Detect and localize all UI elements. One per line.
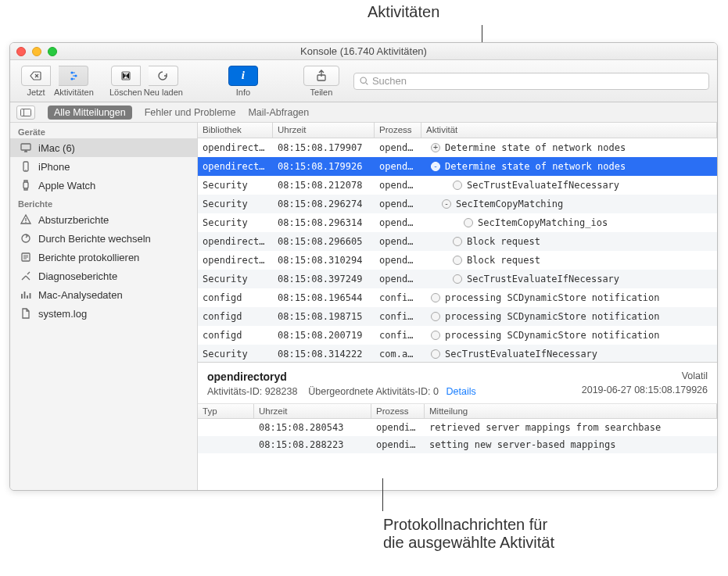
detail-row[interactable]: 08:15:08.280543opendi…retrieved server m… [198, 419, 717, 436]
activity-text: Determine state of network nodes [445, 161, 626, 172]
disclosure-icon [453, 256, 462, 265]
table-row[interactable]: Security08:15:08.314222com.ap…SecTrustEv… [198, 345, 717, 362]
table-row[interactable]: configd08:15:08.198715configdprocessing … [198, 307, 717, 326]
cell-time: 08:15:08.314222 [273, 349, 375, 360]
sidebar-item-device[interactable]: iPhone [10, 157, 197, 176]
cell-library: Security [198, 180, 273, 191]
table-row[interactable]: opendirect…08:15:08.179907opendi…+Determ… [198, 138, 717, 157]
table-row[interactable]: configd08:15:08.196544configdprocessing … [198, 288, 717, 307]
cell-library: Security [198, 217, 273, 228]
table-row[interactable]: Security08:15:08.296314opendi…SecItemCop… [198, 213, 717, 232]
dcol-header-type[interactable]: Typ [198, 404, 254, 418]
cell-activity: processing SCDynamicStore notification [421, 292, 717, 303]
disclosure-icon[interactable]: + [431, 143, 440, 152]
sidebar-item-device[interactable]: iMac (6) [10, 138, 197, 157]
cell-activity: -Determine state of network nodes [421, 161, 717, 172]
detail-table-body[interactable]: 08:15:08.280543opendi…retrieved server m… [198, 419, 717, 453]
dcell-message: setting new server-based mappings [425, 439, 717, 450]
sidebar-item-report[interactable]: Durch Berichte wechseln [10, 229, 197, 248]
cell-time: 08:15:08.397249 [273, 274, 375, 284]
console-window: Konsole (16.740 Aktivitäten) Jetzt Aktiv… [9, 42, 718, 491]
svg-point-10 [25, 170, 26, 170]
detail-meta: Aktivitäts-ID: 928238 Übergeordnete Akti… [207, 386, 476, 397]
body-split: Geräte iMac (6)iPhoneApple Watch Bericht… [10, 123, 717, 490]
activities-table-body[interactable]: opendirect…08:15:08.179907opendi…+Determ… [198, 138, 717, 362]
cell-activity: +Determine state of network nodes [421, 142, 717, 153]
table-row[interactable]: Security08:15:08.397249opendi…SecTrustEv… [198, 270, 717, 288]
search-icon [359, 76, 369, 86]
dcol-header-time[interactable]: Uhrzeit [254, 404, 371, 418]
scope-errors-problems[interactable]: Fehler und Probleme [145, 107, 236, 118]
close-icon[interactable] [16, 47, 26, 56]
cell-activity: SecTrustEvaluateIfNecessary [421, 274, 717, 284]
col-header-process[interactable]: Prozess [375, 123, 421, 138]
table-row[interactable]: opendirect…08:15:08.310294opendi…Block r… [198, 251, 717, 270]
col-header-time[interactable]: Uhrzeit [273, 123, 375, 138]
cell-process: opendi… [375, 255, 421, 266]
cell-library: opendirect… [198, 255, 273, 266]
sidebar-item-report[interactable]: Absturzberichte [10, 210, 197, 229]
maximize-icon[interactable] [48, 47, 57, 56]
cell-time: 08:15:08.212078 [273, 180, 375, 191]
toolbar: Jetzt Aktivitäten ⎋ Löschen Neu laden i … [10, 60, 717, 102]
minimize-icon[interactable] [32, 47, 41, 56]
tools-icon [20, 270, 32, 282]
dcell-time: 08:15:08.288223 [254, 439, 371, 450]
sidebar-item-report[interactable]: Diagnoseberichte [10, 267, 197, 285]
cell-activity: Block request [421, 255, 717, 266]
cell-library: configd [198, 311, 273, 322]
activity-text: SecTrustEvaluateIfNecessary [467, 180, 619, 191]
col-header-library[interactable]: Bibliothek [198, 123, 273, 138]
activities-button[interactable]: Aktivitäten [54, 66, 94, 97]
sidebar-item-report[interactable]: Mac-Analysedaten [10, 285, 197, 304]
table-row[interactable]: opendirect…08:15:08.179926opendi…-Determ… [198, 157, 717, 176]
cell-time: 08:15:08.200719 [273, 330, 375, 341]
scope-mail-queries[interactable]: Mail-Abfragen [248, 107, 309, 118]
disclosure-icon[interactable]: - [442, 199, 451, 209]
dcol-header-message[interactable]: Mitteilung [425, 404, 717, 418]
sidebar-item-device[interactable]: Apple Watch [10, 176, 197, 195]
cell-process: com.ap… [375, 349, 421, 360]
info-button[interactable]: i Info [225, 66, 261, 97]
dcell-process: opendi… [371, 422, 425, 433]
sidebar-item-label: Absturzberichte [38, 214, 109, 226]
sidebar-item-label: Apple Watch [38, 180, 95, 191]
annotation-bottom: Protokollnachrichten für die ausgewählte… [383, 516, 554, 552]
cell-activity: SecItemCopyMatching_ios [421, 217, 717, 228]
cell-time: 08:15:08.179907 [273, 142, 375, 153]
activity-text: SecItemCopyMatching [456, 199, 563, 209]
cell-process: configd [375, 292, 421, 303]
sidebar-item-label: Berichte protokollieren [38, 252, 139, 263]
table-row[interactable]: configd08:15:08.200719configdprocessing … [198, 326, 717, 345]
disclosure-icon [431, 293, 440, 302]
table-row[interactable]: Security08:15:08.212078opendi…SecTrustEv… [198, 176, 717, 195]
table-row[interactable]: opendirect…08:15:08.296605opendi…Block r… [198, 232, 717, 251]
watch-icon [20, 179, 32, 191]
disclosure-icon [453, 181, 462, 190]
details-link[interactable]: Details [446, 386, 476, 397]
dcell-time: 08:15:08.280543 [254, 422, 371, 433]
cell-process: opendi… [375, 199, 421, 209]
sidebar-toggle-icon[interactable] [16, 106, 35, 120]
sidebar-item-label: Diagnoseberichte [38, 270, 117, 282]
sidebar-item-label: iMac (6) [38, 142, 75, 154]
clear-button[interactable]: ⎋ Löschen [108, 66, 144, 97]
svg-point-12 [25, 222, 26, 223]
search-input[interactable]: Suchen [353, 73, 709, 90]
share-button[interactable]: Teilen [303, 66, 339, 97]
sidebar-item-report[interactable]: Berichte protokollieren [10, 248, 197, 267]
disclosure-icon [453, 274, 462, 284]
reload-button[interactable]: Neu laden [144, 66, 183, 97]
scope-all-messages[interactable]: Alle Mitteilungen [48, 106, 132, 120]
cycle-icon [20, 232, 32, 245]
cell-process: opendi… [375, 161, 421, 172]
dcol-header-process[interactable]: Prozess [371, 404, 425, 418]
sidebar-item-report[interactable]: system.log [10, 304, 197, 323]
disclosure-icon[interactable]: - [431, 162, 440, 171]
detail-row[interactable]: 08:15:08.288223opendi…setting new server… [198, 436, 717, 453]
now-button[interactable]: Jetzt [18, 66, 54, 97]
table-row[interactable]: Security08:15:08.296274opendi…-SecItemCo… [198, 195, 717, 213]
cell-library: opendirect… [198, 142, 273, 153]
col-header-activity[interactable]: Aktivität [421, 123, 717, 138]
share-icon [315, 70, 328, 82]
